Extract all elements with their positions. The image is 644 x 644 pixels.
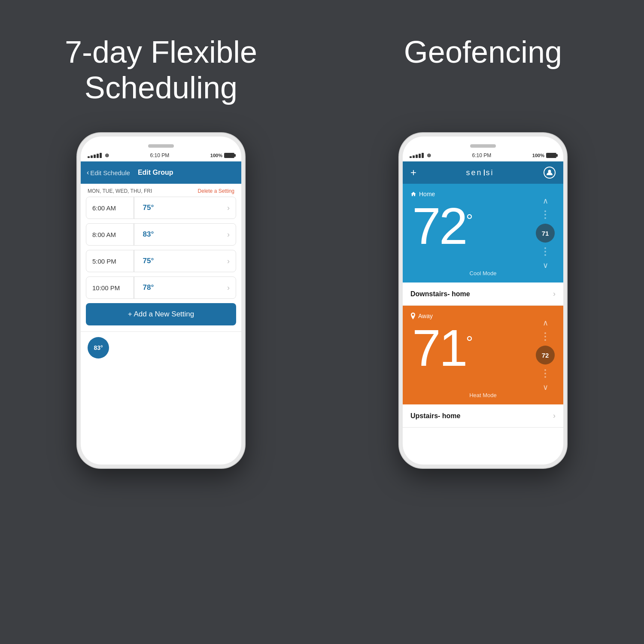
cool-set-temp-control: ∧ 71 ∨ <box>536 196 555 270</box>
days-label: MON, TUE, WED, THU, FRI <box>88 188 152 194</box>
right-battery-fill <box>547 154 556 157</box>
left-status-time: 6:10 PM <box>150 152 170 158</box>
schedule-item-0[interactable]: 6:00 AM 75° › <box>86 197 236 219</box>
signal-bar-5 <box>100 153 102 158</box>
right-status-bar: ⊛ 6:10 PM 100% <box>403 149 563 161</box>
heat-temp-dots <box>544 332 546 341</box>
heat-mode-label: Heat Mode <box>403 392 563 398</box>
left-section: 7-day Flexible Scheduling <box>0 0 322 644</box>
right-signal-bar-4 <box>419 154 421 158</box>
nav-back-label: Edit Schedule <box>90 169 130 176</box>
nav-back-button[interactable]: ‹ Edit Schedule <box>87 169 130 176</box>
heat-dot-6 <box>544 376 546 378</box>
schedule-time-2: 5:00 PM <box>86 258 134 265</box>
back-arrow-icon: ‹ <box>87 169 89 176</box>
cool-dot-5 <box>544 251 546 252</box>
left-feature-title: 7-day Flexible Scheduling <box>36 34 286 106</box>
add-setting-button[interactable]: + Add a New Setting <box>86 303 236 325</box>
schedule-item-3[interactable]: 10:00 PM 78° › <box>86 276 236 299</box>
signal-bar-3 <box>94 155 96 158</box>
thermostat-list-item-cool[interactable]: Downstairs- home › <box>403 283 563 306</box>
left-status-signals: ⊛ <box>88 152 109 158</box>
right-status-battery: 100% <box>532 153 556 158</box>
schedule-chevron-0: › <box>227 204 236 213</box>
cool-location-text: Home <box>419 191 435 197</box>
right-wifi-icon: ⊛ <box>427 152 431 158</box>
sensi-nav-bar: + sensi <box>403 161 563 184</box>
heat-set-temp-control: ∧ 72 ∨ <box>536 318 555 392</box>
thermostat-list-item-heat[interactable]: Upstairs- home › <box>403 404 563 428</box>
signal-bar-2 <box>91 155 93 158</box>
schedule-temp-1: 83° <box>134 230 228 239</box>
schedule-chevron-1: › <box>227 230 236 239</box>
left-phone-inner: ⊛ 6:10 PM 100% ‹ <box>81 137 241 465</box>
left-status-battery: 100% <box>210 153 234 158</box>
sensi-add-button[interactable]: + <box>410 167 416 179</box>
bottom-partial-view: 83° <box>81 331 241 366</box>
delete-setting-link[interactable]: Delete a Setting <box>198 188 234 194</box>
heat-temp-dots-2 <box>544 369 546 378</box>
right-phone-inner: ⊛ 6:10 PM 100% + <box>403 137 563 465</box>
heat-location-label: Away <box>410 313 433 319</box>
nav-title: Edit Group <box>138 169 173 176</box>
days-row: MON, TUE, WED, THU, FRI Delete a Setting <box>81 184 241 197</box>
right-phone-speaker <box>470 144 496 148</box>
bottom-circle-temp: 83° <box>88 337 109 358</box>
sensi-logo: sensi <box>466 168 494 177</box>
heat-dot-3 <box>544 339 546 341</box>
heat-set-temp-bubble: 72 <box>536 346 555 365</box>
signal-bar-1 <box>88 156 90 158</box>
right-section: Geofencing <box>322 0 644 644</box>
right-phone-frame: ⊛ 6:10 PM 100% + <box>399 133 567 468</box>
left-phone: ⊛ 6:10 PM 100% ‹ <box>77 133 245 468</box>
home-icon <box>410 191 416 197</box>
schedule-item-2[interactable]: 5:00 PM 75° › <box>86 250 236 272</box>
cool-dot-1 <box>544 210 546 212</box>
heat-temp-up-button[interactable]: ∧ <box>543 318 548 328</box>
cool-temp-dots <box>544 210 546 219</box>
heat-temp-down-button[interactable]: ∨ <box>543 383 548 392</box>
right-status-signals: ⊛ <box>410 152 431 158</box>
cool-location-label: Home <box>410 191 435 197</box>
thermostat-upstairs-chevron: › <box>553 411 556 420</box>
schedule-time-1: 8:00 AM <box>86 231 134 238</box>
cool-temp-up-button[interactable]: ∧ <box>543 196 548 206</box>
battery-icon <box>224 153 234 158</box>
location-pin-icon <box>410 313 416 319</box>
right-battery-icon <box>546 153 556 158</box>
right-feature-title: Geofencing <box>358 34 608 70</box>
thermostat-downstairs-chevron: › <box>553 289 556 298</box>
signal-bar-4 <box>97 154 99 158</box>
heat-location-text: Away <box>418 313 433 319</box>
cool-degree-symbol: ° <box>466 211 473 230</box>
cool-dot-3 <box>544 217 546 219</box>
cool-temp-display: 72° <box>412 200 473 252</box>
schedule-list: 6:00 AM 75° › 8:00 AM 83° › 5:00 P <box>81 197 241 299</box>
cool-dot-4 <box>544 247 546 249</box>
right-status-time: 6:10 PM <box>472 152 492 158</box>
heat-dot-5 <box>544 373 546 374</box>
thermostat-card-cool: Home 72° ∧ 71 <box>403 184 563 283</box>
left-phone-speaker <box>148 144 174 148</box>
right-signal-bar-2 <box>413 155 415 158</box>
battery-percent: 100% <box>210 153 222 158</box>
cool-mode-label: Cool Mode <box>403 270 563 276</box>
schedule-item-1[interactable]: 8:00 AM 83° › <box>86 223 236 246</box>
user-profile-icon[interactable] <box>544 167 556 179</box>
right-signal-bars <box>410 153 424 158</box>
heat-dot-1 <box>544 332 546 334</box>
heat-dot-2 <box>544 336 546 337</box>
schedule-chevron-2: › <box>227 257 236 266</box>
cool-temp-down-button[interactable]: ∨ <box>543 261 548 270</box>
heat-temp-display: 71° <box>412 322 473 374</box>
cool-temp-dots-2 <box>544 247 546 256</box>
schedule-temp-3: 78° <box>134 283 228 292</box>
schedule-nav-bar: ‹ Edit Schedule Edit Group <box>81 161 241 184</box>
right-battery-percent: 100% <box>532 153 544 158</box>
right-phone: ⊛ 6:10 PM 100% + <box>399 133 567 468</box>
cool-dot-2 <box>544 214 546 216</box>
cool-dot-6 <box>544 254 546 256</box>
right-signal-bar-3 <box>416 155 418 158</box>
schedule-temp-2: 75° <box>134 257 228 265</box>
wifi-icon: ⊛ <box>105 152 109 158</box>
